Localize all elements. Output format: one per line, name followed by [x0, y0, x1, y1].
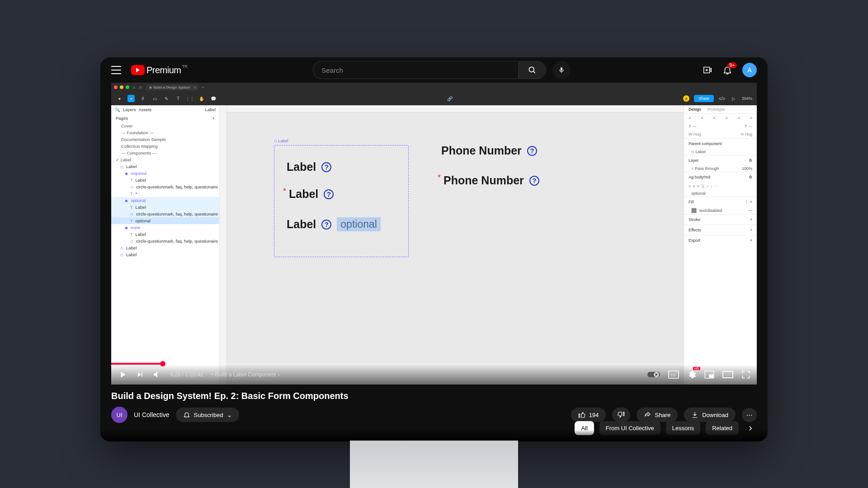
share-button[interactable]: Share — [694, 95, 714, 102]
theater-icon — [722, 371, 733, 378]
layer-section: Layer — [689, 158, 699, 163]
progress-scrubber[interactable] — [160, 361, 165, 366]
layer-row[interactable]: ◇circle-questionmark, faq, help, questio… — [111, 183, 219, 190]
comment-tool-icon[interactable]: 💬 — [210, 95, 217, 102]
back-icon[interactable]: ◎ — [139, 85, 142, 89]
more-actions-button[interactable]: ⋯ — [742, 408, 757, 422]
hand-tool-icon[interactable]: ✋ — [198, 95, 205, 102]
dev-mode-icon[interactable]: </> — [718, 95, 726, 102]
layer-row[interactable]: T* — [111, 190, 219, 197]
layers-tab[interactable]: Layers — [123, 107, 136, 112]
chevron-right-icon: › — [278, 371, 279, 378]
page-item[interactable]: Documentation Sample — [111, 136, 219, 143]
mute-button[interactable] — [153, 370, 162, 379]
page-breadcrumb[interactable]: Label — [205, 107, 216, 112]
collaborator-avatar[interactable]: A — [683, 95, 689, 102]
present-icon[interactable]: ▷ — [730, 95, 737, 102]
video-title: Build a Design System! Ep. 2: Basic Form… — [111, 391, 757, 401]
layer-row[interactable]: ◆required — [111, 170, 219, 177]
play-button[interactable] — [118, 370, 127, 380]
channel-avatar[interactable]: UI — [111, 407, 127, 423]
add-page-icon[interactable]: + — [212, 116, 215, 121]
next-button[interactable] — [136, 370, 145, 379]
layer-row[interactable]: TLabel — [111, 231, 219, 238]
text-align-controls[interactable]: ≡≡≡↕↑↓⋯ — [684, 182, 757, 190]
fullscreen-button[interactable] — [741, 370, 750, 379]
like-button[interactable]: 194 — [571, 408, 606, 422]
avatar[interactable]: A — [742, 63, 757, 77]
help-icon: ? — [324, 189, 334, 199]
page-item[interactable]: --- Foundation --- — [111, 129, 219, 136]
search-button[interactable] — [518, 61, 546, 79]
label-variant-none[interactable]: Label ? — [287, 160, 331, 174]
zoom-level[interactable]: 204% — [742, 96, 752, 101]
page-item[interactable]: Collection Mapping — [111, 143, 219, 150]
layers-search-icon[interactable]: 🔍 — [115, 107, 120, 112]
autoplay-toggle[interactable] — [647, 371, 660, 378]
add-export-icon[interactable]: + — [750, 238, 752, 243]
layer-row[interactable]: ◆none — [111, 224, 219, 231]
voice-search-button[interactable] — [552, 61, 571, 79]
theater-button[interactable] — [722, 371, 733, 378]
figma-file-tab[interactable]: ◆ Build a Design System × — [146, 84, 198, 90]
progress-bar[interactable] — [111, 363, 757, 365]
new-tab-icon[interactable]: + — [202, 85, 204, 89]
share-button[interactable]: Share — [637, 408, 678, 422]
subscribed-button[interactable]: Subscribed ⌄ — [176, 408, 239, 422]
layer-row[interactable]: ◇Label — [111, 163, 219, 170]
layer-row[interactable]: ◆optional — [111, 197, 219, 204]
prototype-tab[interactable]: Prototype — [708, 107, 725, 112]
link-tool-icon[interactable]: 🔗 — [446, 95, 453, 102]
layer-row[interactable]: ◇circle-questionmark, faq, help, questio… — [111, 238, 219, 244]
dislike-button[interactable] — [612, 408, 630, 422]
layer-row[interactable]: TLabel — [111, 204, 219, 211]
download-button[interactable]: Download — [684, 408, 736, 422]
close-tab-icon[interactable]: × — [194, 85, 196, 90]
home-icon[interactable]: ⌂ — [133, 85, 135, 89]
move-tool-icon[interactable]: ▾ — [127, 95, 135, 102]
page-item[interactable]: --- Components --- — [111, 150, 219, 156]
add-effect-icon[interactable]: + — [750, 228, 752, 232]
notifications-button[interactable]: 9+ — [722, 65, 732, 75]
optional-text-selected[interactable]: optional — [337, 217, 381, 231]
pages-label: Pages — [116, 116, 128, 121]
text-tool-icon[interactable]: T — [175, 95, 182, 102]
create-button[interactable] — [703, 65, 712, 75]
svg-rect-8 — [709, 375, 713, 377]
layer-options-icon[interactable]: ⚙ — [749, 158, 752, 163]
hamburger-menu-icon[interactable] — [111, 66, 121, 74]
assets-tab[interactable]: Assets — [139, 107, 152, 112]
layer-row[interactable]: ◇Label — [111, 244, 219, 251]
mac-window-controls[interactable] — [114, 85, 129, 89]
type-options-icon[interactable]: ⚙ — [749, 175, 752, 179]
label-instance-required[interactable]: * Phone Number ? — [438, 174, 539, 187]
help-icon: ? — [321, 162, 331, 172]
frame-tool-icon[interactable]: # — [139, 95, 146, 102]
layer-row-selected[interactable]: Toptional — [111, 217, 219, 224]
search-input[interactable] — [313, 61, 518, 79]
label-variant-required[interactable]: * Label ? — [283, 188, 334, 201]
shape-tool-icon[interactable]: ▭ — [151, 95, 158, 102]
label-instance[interactable]: Phone Number ? — [441, 144, 537, 157]
label-variant-optional[interactable]: Label ? optional — [287, 217, 381, 231]
align-controls[interactable]: ≡≡≡≡≡≡ — [684, 114, 757, 122]
chapter-link[interactable]: • Build a Label Component › — [211, 371, 279, 378]
layer-row[interactable]: ◇Label — [111, 251, 219, 258]
pen-tool-icon[interactable]: ✎ — [163, 95, 170, 102]
resources-tool-icon[interactable]: ⋮⋮ — [186, 95, 193, 102]
layer-row[interactable]: ◇circle-questionmark, faq, help, questio… — [111, 211, 219, 217]
figma-menu-icon[interactable]: ▾ — [116, 95, 123, 102]
figma-canvas[interactable]: ◇ Label Label ? * Label ? — [220, 105, 684, 385]
add-stroke-icon[interactable]: + — [750, 217, 752, 222]
parent-component-label: Parent component — [689, 141, 722, 146]
add-fill-icon[interactable]: ⋮ + — [745, 200, 752, 204]
layer-row[interactable]: TLabel — [111, 177, 219, 183]
design-tab[interactable]: Design — [689, 107, 701, 112]
page-item-active[interactable]: Label — [111, 156, 219, 163]
miniplayer-button[interactable] — [704, 371, 714, 379]
channel-name[interactable]: UI Collective — [134, 411, 170, 418]
youtube-logo[interactable]: Premium TR — [131, 65, 181, 75]
settings-button[interactable] — [687, 370, 696, 379]
captions-button[interactable]: CC — [668, 371, 679, 379]
page-item[interactable]: Cover — [111, 122, 219, 129]
